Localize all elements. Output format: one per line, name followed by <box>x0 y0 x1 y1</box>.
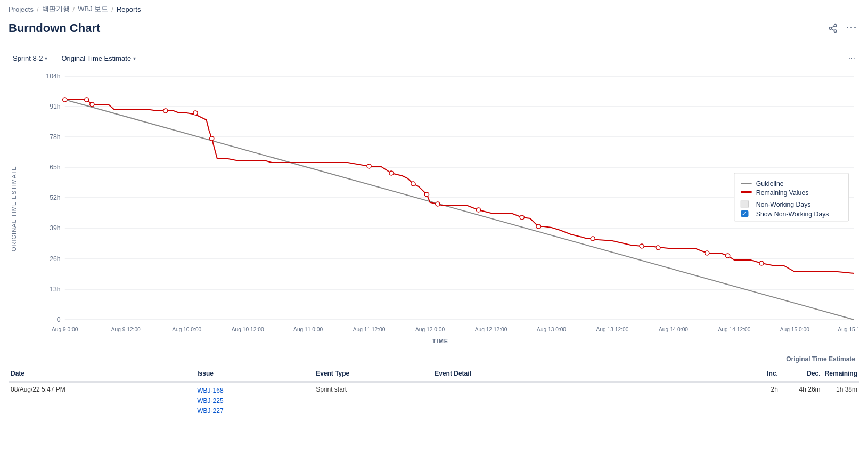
col-header-date: Date <box>9 365 195 382</box>
estimate-dropdown[interactable]: Original Time Estimate ▾ <box>57 52 140 64</box>
svg-text:✓: ✓ <box>742 210 747 217</box>
svg-text:78h: 78h <box>50 133 60 141</box>
ote-label: Original Time Estimate <box>786 355 859 363</box>
breadcrumb-sep-2: / <box>73 5 75 13</box>
svg-text:104h: 104h <box>46 72 60 80</box>
svg-point-47 <box>411 182 415 186</box>
estimate-label: Original Time Estimate <box>61 54 131 62</box>
svg-text:Aug 14 12:00: Aug 14 12:00 <box>718 327 751 332</box>
chart-wrapper: ORIGINAL TIME ESTIMATE <box>9 69 859 348</box>
svg-point-53 <box>591 237 595 241</box>
cell-date: 08/Aug/22 5:47 PM <box>9 382 195 420</box>
svg-point-58 <box>759 261 764 265</box>
svg-text:13h: 13h <box>50 286 60 293</box>
more-options-button[interactable]: ··· <box>844 20 859 36</box>
table-row: 08/Aug/22 5:47 PM WBJ-168 WBJ-225 WBJ-22… <box>9 382 859 420</box>
svg-point-54 <box>640 244 644 248</box>
svg-point-0 <box>834 24 837 27</box>
svg-text:Aug 9 0:00: Aug 9 0:00 <box>52 327 78 332</box>
page-title: Burndown Chart <box>9 21 100 35</box>
col-header-inc: Inc. <box>738 365 780 382</box>
sprint-dropdown[interactable]: Sprint 8-2 ▾ <box>9 52 52 64</box>
svg-text:Aug 13 12:00: Aug 13 12:00 <box>596 327 629 332</box>
breadcrumb-current: Reports <box>117 5 141 13</box>
breadcrumb-sep-3: / <box>111 5 113 13</box>
cell-event-detail <box>432 382 738 420</box>
chart-container: ORIGINAL TIME ESTIMATE <box>0 69 868 348</box>
svg-text:65h: 65h <box>50 164 60 171</box>
issue-link-1[interactable]: WBJ-168 <box>197 386 312 396</box>
cell-remaining: 1h 38m <box>823 382 859 420</box>
svg-point-51 <box>520 215 524 220</box>
issue-link-2[interactable]: WBJ-225 <box>197 396 312 406</box>
cell-dec: 4h 26m <box>780 382 823 420</box>
table-section: Original Time Estimate Date Issue Event … <box>0 353 868 420</box>
y-axis-label: ORIGINAL TIME ESTIMATE <box>9 69 19 348</box>
breadcrumb-board[interactable]: WBJ 보드 <box>78 4 108 14</box>
page-header: Burndown Chart ··· <box>0 18 868 40</box>
sprint-dropdown-arrow: ▾ <box>45 55 47 61</box>
svg-rect-62 <box>741 191 751 193</box>
table-ote-header: Original Time Estimate <box>9 353 859 365</box>
toolbar-more-button[interactable]: ··· <box>844 51 859 65</box>
svg-text:91h: 91h <box>50 103 60 110</box>
svg-text:Aug 12 0:00: Aug 12 0:00 <box>415 327 445 332</box>
chart-area: 104h 91h 78h 65h 52h 39h 26h 13h 0 Aug 9… <box>21 69 859 348</box>
share-button[interactable] <box>826 21 840 35</box>
breadcrumb-project[interactable]: 백판기행 <box>42 4 70 14</box>
col-header-dec: Dec. <box>780 365 823 382</box>
svg-text:39h: 39h <box>50 224 60 232</box>
col-header-event-detail: Event Detail <box>432 365 738 382</box>
svg-point-41 <box>90 102 94 107</box>
svg-text:Non-Working Days: Non-Working Days <box>756 201 811 208</box>
svg-line-4 <box>831 26 834 27</box>
table-header-row: Date Issue Event Type Event Detail Inc. … <box>9 365 859 382</box>
svg-text:Aug 14 0:00: Aug 14 0:00 <box>659 327 688 332</box>
svg-text:Aug 9 12:00: Aug 9 12:00 <box>111 327 141 332</box>
cell-inc: 2h <box>738 382 780 420</box>
svg-rect-64 <box>741 201 748 207</box>
svg-text:Aug 15 12:00: Aug 15 12:00 <box>838 327 859 332</box>
svg-point-2 <box>834 30 837 33</box>
cell-event-type: Sprint start <box>314 382 432 420</box>
col-header-issue: Issue <box>195 365 314 382</box>
svg-point-52 <box>536 224 541 229</box>
svg-point-45 <box>367 164 371 168</box>
burndown-table: Date Issue Event Type Event Detail Inc. … <box>9 365 859 420</box>
svg-text:Aug 15 0:00: Aug 15 0:00 <box>780 327 809 332</box>
issue-link-3[interactable]: WBJ-227 <box>197 406 312 416</box>
breadcrumb-projects[interactable]: Projects <box>9 5 34 13</box>
svg-line-3 <box>831 29 834 30</box>
svg-point-56 <box>705 251 709 255</box>
svg-text:Guideline: Guideline <box>756 180 784 188</box>
svg-text:52h: 52h <box>50 194 60 201</box>
svg-text:Aug 12 12:00: Aug 12 12:00 <box>475 327 507 332</box>
header-divider <box>0 40 868 40</box>
breadcrumb: Projects / 백판기행 / WBJ 보드 / Reports <box>0 0 868 18</box>
svg-point-55 <box>656 246 660 250</box>
svg-point-39 <box>63 98 67 102</box>
col-header-event-type: Event Type <box>314 365 432 382</box>
svg-point-44 <box>210 136 214 141</box>
svg-text:Remaining Values: Remaining Values <box>756 189 809 197</box>
svg-point-46 <box>389 171 394 175</box>
svg-point-49 <box>436 202 440 206</box>
svg-point-48 <box>424 192 429 197</box>
toolbar-left: Sprint 8-2 ▾ Original Time Estimate ▾ <box>9 52 140 64</box>
svg-point-40 <box>85 98 89 102</box>
svg-text:26h: 26h <box>50 255 60 263</box>
svg-text:Show Non-Working Days: Show Non-Working Days <box>756 210 829 218</box>
toolbar: Sprint 8-2 ▾ Original Time Estimate ▾ ··… <box>0 47 868 69</box>
svg-point-42 <box>163 109 168 113</box>
cell-issue: WBJ-168 WBJ-225 WBJ-227 <box>195 382 314 420</box>
svg-text:Aug 13 0:00: Aug 13 0:00 <box>537 327 566 332</box>
header-actions: ··· <box>826 20 859 36</box>
svg-text:Aug 11 12:00: Aug 11 12:00 <box>353 327 386 332</box>
svg-point-50 <box>476 208 480 212</box>
breadcrumb-sep-1: / <box>37 5 39 13</box>
svg-point-43 <box>193 111 198 115</box>
svg-text:0: 0 <box>57 316 61 323</box>
svg-point-1 <box>829 27 832 29</box>
svg-text:Aug 10 12:00: Aug 10 12:00 <box>232 327 264 332</box>
estimate-dropdown-arrow: ▾ <box>133 55 136 61</box>
